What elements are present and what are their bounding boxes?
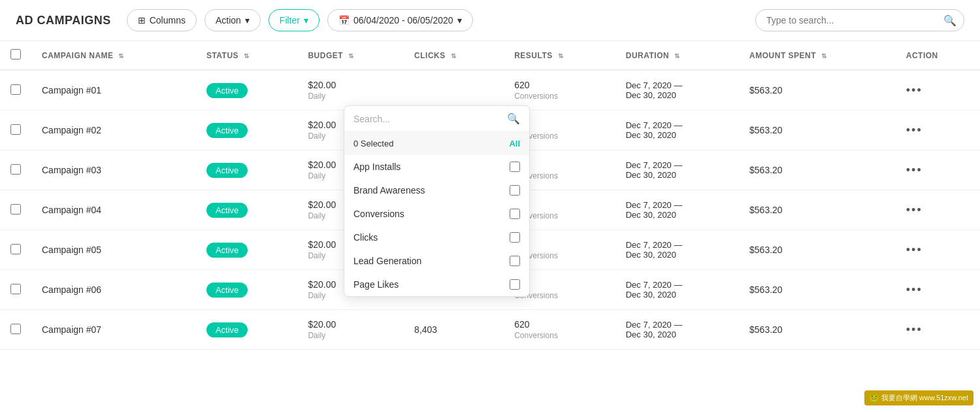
dropdown-item[interactable]: Brand Awareness (344, 179, 529, 202)
table-row: Campaign #01 Active $20.00Daily 620Conve… (0, 70, 980, 111)
action-chevron-icon: ▾ (245, 15, 250, 26)
date-range-button[interactable]: 📅 06/04/2020 - 06/05/2020 ▾ (327, 9, 473, 31)
row-checkbox[interactable] (10, 324, 21, 334)
row-checkbox[interactable] (10, 84, 21, 95)
budget-daily: Daily (308, 171, 325, 180)
filter-dropdown: 🔍 0 Selected All App Installs Brand Awar… (344, 105, 530, 297)
dropdown-item[interactable]: Clicks (344, 226, 529, 249)
row-action-menu-button[interactable]: ••• (906, 283, 923, 297)
row-checkbox-cell[interactable] (0, 190, 31, 230)
results-sub: Conversions (514, 92, 558, 101)
col-header-campaign-name[interactable]: CAMPAIGN NAME ⇅ (31, 41, 196, 70)
status-badge: Active (206, 322, 248, 337)
col-header-results[interactable]: RESULTS ⇅ (504, 41, 615, 70)
filter-button[interactable]: Filter ▾ (269, 9, 319, 31)
row-action-menu-button[interactable]: ••• (906, 243, 923, 257)
status-cell: Active (196, 150, 298, 190)
dropdown-item-checkbox[interactable] (510, 232, 520, 243)
dropdown-item-label: Page Likes (353, 279, 399, 290)
dropdown-items-container: App Installs Brand Awareness Conversions… (344, 155, 529, 296)
status-badge: Active (206, 83, 248, 98)
select-all-checkbox[interactable] (10, 49, 21, 60)
dropdown-item-checkbox[interactable] (510, 279, 520, 290)
sort-icon-status: ⇅ (244, 52, 250, 60)
status-cell: Active (196, 270, 298, 310)
search-input[interactable] (755, 9, 964, 31)
row-checkbox-cell[interactable] (0, 230, 31, 270)
dropdown-item-checkbox[interactable] (510, 185, 520, 196)
amount-cell: $563.20 (739, 70, 896, 111)
dropdown-item-checkbox[interactable] (510, 256, 520, 266)
action-cell[interactable]: ••• (896, 190, 980, 230)
row-checkbox-cell[interactable] (0, 111, 31, 150)
row-checkbox[interactable] (10, 204, 21, 215)
row-checkbox-cell[interactable] (0, 150, 31, 190)
action-button[interactable]: Action ▾ (204, 9, 261, 31)
dropdown-item-checkbox[interactable] (510, 162, 520, 172)
results-cell: 620Conversions (504, 310, 615, 350)
status-cell: Active (196, 70, 298, 111)
dropdown-item[interactable]: Conversions (344, 202, 529, 226)
status-cell: Active (196, 111, 298, 150)
row-action-menu-button[interactable]: ••• (906, 124, 923, 137)
select-all-link[interactable]: All (509, 139, 520, 148)
col-header-clicks[interactable]: CLICKS ⇅ (404, 41, 504, 70)
status-cell: Active (196, 190, 298, 230)
row-checkbox-cell[interactable] (0, 270, 31, 310)
budget-daily: Daily (308, 331, 325, 340)
search-icon-button[interactable]: 🔍 (943, 14, 956, 27)
status-badge: Active (206, 163, 248, 178)
col-header-amount-spent[interactable]: AMOUNT SPENT ⇅ (739, 41, 896, 70)
col-header-budget[interactable]: BUDGET ⇅ (297, 41, 404, 70)
row-action-menu-button[interactable]: ••• (906, 323, 923, 337)
amount-cell: $563.20 (739, 111, 896, 150)
action-cell[interactable]: ••• (896, 230, 980, 270)
filter-chevron-icon: ▾ (304, 15, 308, 26)
status-cell: Active (196, 230, 298, 270)
action-cell[interactable]: ••• (896, 270, 980, 310)
row-checkbox-cell[interactable] (0, 310, 31, 350)
dropdown-item[interactable]: Page Likes (344, 273, 529, 296)
amount-cell: $563.20 (739, 310, 896, 350)
budget-daily: Daily (308, 131, 325, 141)
row-checkbox[interactable] (10, 244, 21, 254)
dropdown-search-input[interactable] (353, 114, 502, 124)
columns-label: Columns (150, 15, 186, 26)
dropdown-item-label: Clicks (353, 232, 378, 243)
col-header-action: ACTION (896, 41, 980, 70)
amount-cell: $563.20 (739, 270, 896, 310)
action-cell[interactable]: ••• (896, 70, 980, 111)
status-badge: Active (206, 283, 248, 298)
campaign-name-cell: Campaign #07 (31, 310, 196, 350)
row-checkbox[interactable] (10, 164, 21, 175)
calendar-icon: 📅 (338, 15, 350, 26)
duration-cell: Dec 7, 2020 — Dec 30, 2020 (615, 310, 739, 350)
row-checkbox[interactable] (10, 124, 21, 135)
dropdown-item-label: Lead Generation (353, 256, 421, 266)
col-header-duration[interactable]: DURATION ⇅ (615, 41, 739, 70)
dropdown-item[interactable]: Lead Generation (344, 249, 529, 273)
select-all-header[interactable] (0, 41, 31, 70)
row-checkbox[interactable] (10, 284, 21, 294)
amount-cell: $563.20 (739, 230, 896, 270)
action-cell[interactable]: ••• (896, 111, 980, 150)
search-icon: 🔍 (943, 15, 956, 26)
col-header-status[interactable]: STATUS ⇅ (196, 41, 298, 70)
row-checkbox-cell[interactable] (0, 70, 31, 111)
page-title: AD CAMPAIGNS (16, 14, 111, 27)
budget-daily: Daily (308, 211, 325, 220)
action-cell[interactable]: ••• (896, 310, 980, 350)
budget-daily: Daily (308, 92, 325, 101)
clicks-cell (404, 70, 504, 111)
row-action-menu-button[interactable]: ••• (906, 163, 923, 177)
columns-icon: ⊞ (138, 15, 146, 26)
columns-button[interactable]: ⊞ Columns (127, 9, 197, 31)
dropdown-item-checkbox[interactable] (510, 209, 520, 219)
status-cell: Active (196, 310, 298, 350)
dropdown-item[interactable]: App Installs (344, 155, 529, 179)
dropdown-search-icon: 🔍 (507, 112, 520, 125)
row-action-menu-button[interactable]: ••• (906, 203, 923, 217)
action-cell[interactable]: ••• (896, 150, 980, 190)
status-badge: Active (206, 243, 248, 258)
row-action-menu-button[interactable]: ••• (906, 84, 923, 97)
